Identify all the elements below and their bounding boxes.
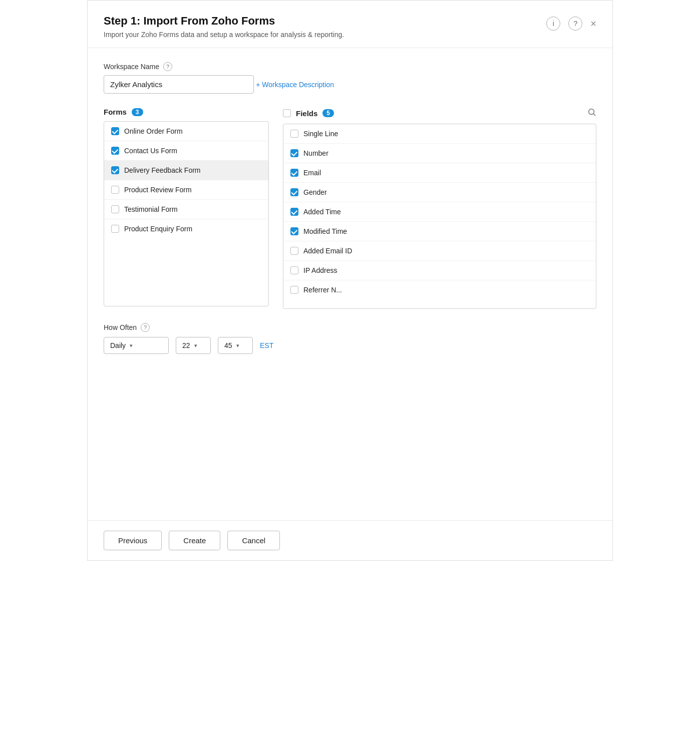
field-checkbox-6[interactable] bbox=[290, 247, 298, 255]
list-item[interactable]: Added Time bbox=[283, 202, 596, 222]
info-icon-btn[interactable]: i bbox=[546, 17, 560, 31]
form-checkbox-4[interactable] bbox=[111, 205, 119, 213]
field-checkbox-4[interactable] bbox=[290, 208, 298, 216]
field-label-8: Referrer N... bbox=[303, 286, 342, 294]
list-item[interactable]: Single Line bbox=[283, 124, 596, 144]
list-item[interactable]: Testimonial Form bbox=[104, 200, 268, 219]
field-label-0: Single Line bbox=[303, 130, 338, 138]
search-icon bbox=[587, 108, 596, 117]
fields-section-header: Fields 5 bbox=[283, 108, 596, 119]
title-block: Step 1: Import From Zoho Forms Import yo… bbox=[104, 15, 344, 39]
how-often-label: How Often ? bbox=[104, 323, 596, 332]
forms-list: Online Order Form Contact Us Form Delive… bbox=[104, 121, 269, 306]
minute-chevron-icon: ▾ bbox=[236, 342, 239, 349]
info-icon: i bbox=[553, 20, 554, 28]
fields-label: Fields bbox=[296, 109, 317, 118]
help-icon-btn[interactable]: ? bbox=[568, 17, 582, 31]
list-item[interactable]: IP Address bbox=[283, 261, 596, 280]
list-item[interactable]: Contact Us Form bbox=[104, 141, 268, 161]
field-checkbox-8[interactable] bbox=[290, 286, 298, 294]
help-icon: ? bbox=[573, 20, 577, 28]
field-checkbox-3[interactable] bbox=[290, 188, 298, 196]
list-item[interactable]: Gender bbox=[283, 183, 596, 202]
form-checkbox-0[interactable] bbox=[111, 127, 119, 135]
field-label-6: Added Email ID bbox=[303, 247, 352, 255]
list-item[interactable]: Referrer N... bbox=[283, 280, 596, 299]
list-item[interactable]: Product Enquiry Form bbox=[104, 219, 268, 238]
fields-column: Fields 5 Single Line bbox=[283, 108, 596, 309]
dialog-header: Step 1: Import From Zoho Forms Import yo… bbox=[88, 1, 612, 48]
forms-fields-row: Forms 3 Online Order Form Contact Us For… bbox=[104, 108, 596, 309]
frequency-select[interactable]: Daily ▾ bbox=[104, 337, 169, 354]
list-item[interactable]: Online Order Form bbox=[104, 122, 268, 141]
close-button[interactable]: × bbox=[590, 19, 596, 29]
frequency-chevron-icon: ▾ bbox=[130, 342, 133, 349]
forms-column: Forms 3 Online Order Form Contact Us For… bbox=[104, 108, 269, 309]
field-label-3: Gender bbox=[303, 188, 327, 196]
cancel-button[interactable]: Cancel bbox=[227, 531, 280, 550]
list-item[interactable]: Added Email ID bbox=[283, 241, 596, 261]
forms-count-badge: 3 bbox=[132, 108, 143, 116]
field-label-1: Number bbox=[303, 149, 328, 157]
header-icons: i ? × bbox=[546, 17, 596, 31]
workspace-name-help-icon[interactable]: ? bbox=[163, 62, 172, 71]
fields-list: Single Line Number Email Gender bbox=[283, 124, 596, 309]
list-item[interactable]: Product Review Form bbox=[104, 180, 268, 200]
form-label-5: Product Enquiry Form bbox=[124, 225, 192, 233]
minute-value: 45 bbox=[224, 341, 232, 349]
minute-select[interactable]: 45 ▾ bbox=[218, 337, 253, 354]
list-item[interactable]: Delivery Feedback Form bbox=[104, 161, 268, 180]
form-label-4: Testimonial Form bbox=[124, 205, 178, 213]
hour-value: 22 bbox=[182, 341, 190, 349]
dialog-footer: Previous Create Cancel bbox=[88, 520, 612, 560]
frequency-value: Daily bbox=[110, 341, 126, 349]
previous-button[interactable]: Previous bbox=[104, 531, 162, 550]
fields-header-left: Fields 5 bbox=[283, 109, 334, 118]
list-item[interactable]: Number bbox=[283, 144, 596, 163]
dialog-title: Step 1: Import From Zoho Forms bbox=[104, 15, 344, 28]
hour-chevron-icon: ▾ bbox=[194, 342, 197, 349]
form-checkbox-3[interactable] bbox=[111, 186, 119, 194]
svg-point-0 bbox=[589, 109, 594, 115]
field-checkbox-1[interactable] bbox=[290, 149, 298, 157]
form-label-0: Online Order Form bbox=[124, 127, 183, 135]
import-dialog: Step 1: Import From Zoho Forms Import yo… bbox=[87, 0, 613, 561]
form-checkbox-2[interactable] bbox=[111, 166, 119, 174]
dialog-body: Workspace Name ? + Workspace Description… bbox=[88, 48, 612, 520]
forms-label: Forms bbox=[104, 108, 127, 116]
list-item[interactable]: Modified Time bbox=[283, 222, 596, 241]
forms-section-header: Forms 3 bbox=[104, 108, 269, 116]
fields-count-badge: 5 bbox=[322, 109, 334, 117]
how-often-section: How Often ? Daily ▾ 22 ▾ 45 ▾ EST bbox=[104, 323, 596, 354]
how-often-help-icon[interactable]: ? bbox=[141, 323, 150, 332]
field-checkbox-7[interactable] bbox=[290, 266, 298, 274]
workspace-name-label: Workspace Name ? bbox=[104, 62, 596, 71]
list-item[interactable]: Email bbox=[283, 163, 596, 183]
form-checkbox-5[interactable] bbox=[111, 225, 119, 233]
field-label-4: Added Time bbox=[303, 208, 341, 216]
form-label-2: Delivery Feedback Form bbox=[124, 166, 201, 174]
field-checkbox-5[interactable] bbox=[290, 227, 298, 235]
dialog-subtitle: Import your Zoho Forms data and setup a … bbox=[104, 31, 344, 39]
field-label-2: Email bbox=[303, 169, 321, 177]
how-often-row: Daily ▾ 22 ▾ 45 ▾ EST bbox=[104, 337, 596, 354]
svg-line-1 bbox=[593, 114, 595, 116]
field-label-7: IP Address bbox=[303, 266, 337, 274]
form-label-3: Product Review Form bbox=[124, 186, 192, 194]
workspace-desc-link[interactable]: + Workspace Description bbox=[256, 81, 334, 89]
form-checkbox-1[interactable] bbox=[111, 147, 119, 155]
workspace-name-input[interactable] bbox=[104, 75, 254, 94]
field-label-5: Modified Time bbox=[303, 227, 347, 235]
hour-select[interactable]: 22 ▾ bbox=[176, 337, 211, 354]
timezone-label: EST bbox=[260, 341, 273, 349]
field-checkbox-2[interactable] bbox=[290, 169, 298, 177]
fields-search-button[interactable] bbox=[587, 108, 596, 119]
form-label-1: Contact Us Form bbox=[124, 147, 177, 155]
field-checkbox-0[interactable] bbox=[290, 130, 298, 138]
create-button[interactable]: Create bbox=[169, 531, 220, 550]
fields-select-all-checkbox[interactable] bbox=[283, 109, 291, 117]
